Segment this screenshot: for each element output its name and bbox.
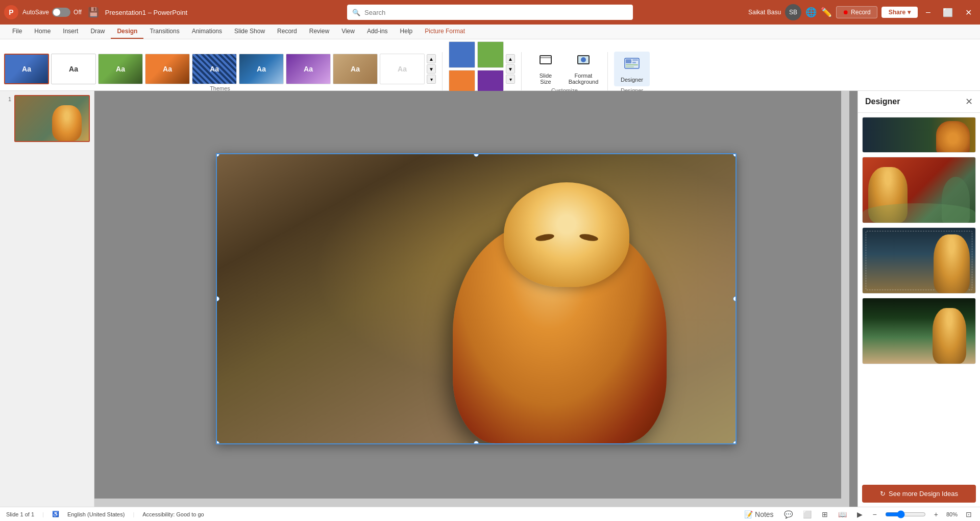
design-idea-4[interactable] <box>862 298 976 364</box>
format-background-button[interactable]: FormatBackground <box>566 52 601 86</box>
theme-6[interactable]: Aa <box>239 54 284 84</box>
tab-file[interactable]: File <box>6 25 28 39</box>
theme-4[interactable]: Aa <box>145 54 190 84</box>
svg-rect-5 <box>626 59 631 63</box>
tab-transitions[interactable]: Transitions <box>143 25 185 39</box>
globe-icon: 🌐 <box>805 7 817 18</box>
tab-animations[interactable]: Animations <box>186 25 228 39</box>
minimize-button[interactable]: – <box>922 6 935 19</box>
refresh-icon: ↻ <box>880 490 886 498</box>
theme-8[interactable]: Aa <box>333 54 378 84</box>
svg-point-3 <box>581 57 586 62</box>
app-logo: P <box>4 5 18 19</box>
slide-thumb-inner <box>15 96 89 141</box>
theme-9[interactable]: Aa <box>380 54 425 84</box>
buddha-eye-left <box>535 233 554 242</box>
close-button[interactable]: ✕ <box>961 6 976 19</box>
designer-close-button[interactable]: ✕ <box>965 96 973 107</box>
reading-view-button[interactable]: 📖 <box>836 509 849 519</box>
theme-3[interactable]: Aa <box>98 54 143 84</box>
variant-scroll-up[interactable]: ▲ <box>506 54 515 63</box>
themes-grid: Aa Aa Aa Aa Aa Aa Aa Aa Aa <box>4 54 425 84</box>
zoom-in-button[interactable]: + <box>932 509 940 519</box>
normal-view-button[interactable]: ⬜ <box>801 509 814 519</box>
format-background-icon <box>576 53 591 70</box>
svg-rect-6 <box>632 59 638 61</box>
design-idea-1[interactable] <box>862 117 976 153</box>
handle-middle-left[interactable] <box>216 296 219 301</box>
avatar: SB <box>785 4 801 20</box>
notes-button[interactable]: 📝 Notes <box>742 509 775 519</box>
comments-button[interactable]: 💬 <box>782 509 795 519</box>
zoom-slider[interactable] <box>885 510 926 518</box>
slide-item-1[interactable]: 1 <box>4 95 90 142</box>
tab-draw[interactable]: Draw <box>84 25 111 39</box>
buddha-head <box>504 182 629 287</box>
accessibility-status: Accessibility: Good to go <box>142 511 204 517</box>
handle-top-middle[interactable] <box>474 153 479 157</box>
design-idea-3[interactable] <box>862 227 976 294</box>
designer-section: Designer Designer <box>614 52 650 93</box>
tab-insert[interactable]: Insert <box>57 25 84 39</box>
divider-2 <box>521 52 522 93</box>
record-button[interactable]: ⏺ Record <box>836 6 877 18</box>
handle-bottom-middle[interactable] <box>474 441 479 444</box>
canvas-area[interactable] <box>94 91 857 507</box>
restore-button[interactable]: ⬜ <box>939 6 957 19</box>
theme-scroll-up[interactable]: ▲ <box>427 54 436 63</box>
share-button[interactable]: Share ▾ <box>881 7 918 18</box>
customize-section: SlideSize FormatBackground Customize <box>528 52 601 93</box>
chevron-down-icon: ▾ <box>908 9 911 16</box>
search-input[interactable] <box>364 9 628 16</box>
slide-size-label: SlideSize <box>540 73 552 85</box>
tab-picture-format[interactable]: Picture Format <box>419 25 471 39</box>
statusbar-right: 📝 Notes 💬 ⬜ ⊞ 📖 ▶ − + 80% ⊡ <box>742 509 974 519</box>
designer-button[interactable]: Designer <box>614 52 650 86</box>
theme-scroll-down[interactable]: ▼ <box>427 64 436 74</box>
slide-thumbnail-1[interactable] <box>14 95 90 142</box>
theme-scroll-more[interactable]: ▾ <box>427 75 436 84</box>
handle-middle-right[interactable] <box>733 296 737 301</box>
variant-scroll-more[interactable]: ▾ <box>506 75 515 84</box>
designer-panel: Designer ✕ <box>857 91 980 507</box>
theme-1[interactable]: Aa <box>4 54 49 84</box>
slide-sorter-button[interactable]: ⊞ <box>820 509 830 519</box>
tab-design[interactable]: Design <box>111 25 143 39</box>
variant-scroll-down[interactable]: ▼ <box>506 64 515 74</box>
statusbar-divider-1: | <box>42 511 44 517</box>
buddha-eye-right <box>579 233 598 242</box>
tab-help[interactable]: Help <box>394 25 419 39</box>
tab-slideshow[interactable]: Slide Show <box>228 25 271 39</box>
autosave-label: AutoSave <box>22 9 49 16</box>
notes-icon: 📝 <box>744 510 753 518</box>
designer-header: Designer ✕ <box>858 91 980 113</box>
search-box[interactable]: 🔍 <box>347 5 633 20</box>
svg-rect-9 <box>626 66 634 67</box>
variant-2[interactable] <box>477 41 504 68</box>
slide-canvas[interactable] <box>216 153 737 444</box>
autosave-toggle[interactable] <box>52 8 70 17</box>
app-title: Presentation1 – PowerPoint <box>105 9 187 16</box>
slideshow-button[interactable]: ▶ <box>855 509 865 519</box>
horizontal-scrollbar[interactable] <box>94 499 849 507</box>
design-idea-2[interactable] <box>862 157 976 223</box>
tab-addins[interactable]: Add-ins <box>361 25 394 39</box>
see-more-design-ideas-button[interactable]: ↻ See more Design Ideas <box>862 485 976 503</box>
handle-bottom-right[interactable] <box>733 441 737 444</box>
handle-bottom-left[interactable] <box>216 441 219 444</box>
tab-record[interactable]: Record <box>271 25 303 39</box>
zoom-out-button[interactable]: − <box>871 509 879 519</box>
slide-size-button[interactable]: SlideSize <box>528 52 564 86</box>
designer-ideas <box>858 113 980 481</box>
theme-2[interactable]: Aa <box>51 54 96 84</box>
language: English (United States) <box>67 511 125 517</box>
ribbon: File Home Insert Draw Design Transitions… <box>0 25 980 91</box>
fit-to-window-button[interactable]: ⊡ <box>964 509 974 519</box>
theme-5[interactable]: Aa <box>192 54 237 84</box>
theme-7[interactable]: Aa <box>286 54 331 84</box>
vertical-scrollbar[interactable] <box>841 91 849 499</box>
variant-1[interactable] <box>449 41 475 68</box>
tab-review[interactable]: Review <box>303 25 335 39</box>
tab-home[interactable]: Home <box>28 25 57 39</box>
tab-view[interactable]: View <box>335 25 361 39</box>
